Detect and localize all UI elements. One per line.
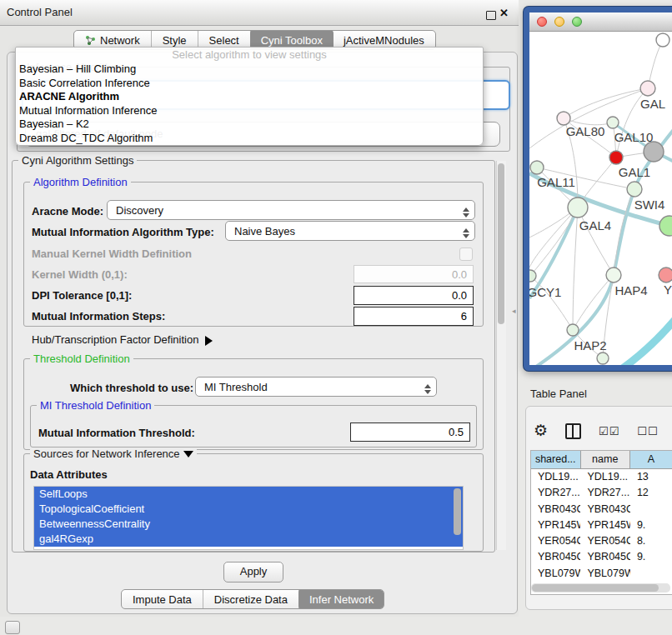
network-node[interactable]	[609, 151, 623, 164]
network-edge[interactable]	[573, 275, 614, 330]
network-node[interactable]	[530, 161, 544, 174]
float-window-icon[interactable]	[486, 11, 496, 20]
table-cell[interactable]: YDR27...	[531, 485, 580, 501]
network-view-window[interactable]: GALGAL80GAL10GAL1GAL11SWI4GAL4GCY1HAP4YH…	[524, 7, 672, 371]
dpi-tolerance-field[interactable]: 0.0	[354, 286, 474, 305]
network-edge[interactable]	[530, 208, 578, 276]
settings-scrollbar-thumb[interactable]	[498, 163, 504, 324]
node-table[interactable]: shared...nameA YDL19...YDL19...13YDR27..…	[530, 450, 672, 595]
table-horizontal-scrollbar[interactable]	[531, 583, 670, 592]
network-node[interactable]	[659, 268, 672, 282]
manual-kernel-checkbox[interactable]	[459, 248, 473, 261]
deselect-all-checkboxes-icon[interactable]: ☐☐	[637, 425, 658, 438]
table-cell[interactable]: YPR145W	[580, 518, 629, 533]
network-node[interactable]	[529, 270, 536, 282]
network-node[interactable]	[640, 81, 655, 96]
tab-label: Infer Network	[309, 593, 374, 606]
which-threshold-combobox[interactable]: MI Threshold	[195, 377, 437, 397]
network-edge[interactable]	[536, 128, 672, 367]
network-node[interactable]	[568, 198, 588, 218]
hub-definition-expander[interactable]: Hub/Transcription Factor Definition	[32, 333, 218, 346]
data-attribute-item[interactable]: SelfLoops	[34, 487, 463, 502]
data-attribute-item[interactable]: TopologicalCoefficient	[34, 502, 463, 517]
network-node[interactable]	[656, 33, 669, 47]
which-threshold-value: MI Threshold	[204, 381, 268, 393]
data-attribute-item[interactable]: BetweennessCentrality	[34, 517, 463, 532]
table-row[interactable]: YDL19...YDL19...13	[531, 469, 672, 485]
zoom-traffic-light-icon[interactable]	[572, 17, 582, 27]
table-row[interactable]: YBR043CYBR043C	[531, 502, 672, 518]
table-cell[interactable]: YDL19...	[580, 469, 629, 485]
table-row[interactable]: YDR27...YDR27...12	[531, 485, 672, 501]
network-node[interactable]	[567, 324, 579, 336]
network-node[interactable]	[644, 142, 664, 162]
network-node[interactable]	[606, 268, 621, 282]
table-cell[interactable]: YER054C	[531, 533, 580, 549]
table-cell[interactable]: YBR043C	[531, 502, 580, 518]
network-node[interactable]	[557, 112, 570, 125]
mi-steps-field[interactable]: 6	[354, 307, 474, 326]
table-cell[interactable]: YBR045C	[580, 549, 629, 565]
algorithm-option[interactable]: Bayesian – Hill Climbing	[16, 62, 483, 77]
network-edge[interactable]	[613, 319, 672, 371]
network-node[interactable]	[607, 117, 619, 128]
minimize-traffic-light-icon[interactable]	[554, 17, 564, 27]
algorithm-option[interactable]: Bayesian – K2	[16, 118, 483, 132]
column-header[interactable]: name	[581, 451, 631, 469]
table-cell[interactable]: YBL079W	[580, 566, 629, 582]
network-edge[interactable]	[530, 276, 573, 330]
tab-infer-network[interactable]: Infer Network	[298, 589, 384, 609]
apply-button[interactable]: Apply	[223, 562, 283, 582]
mi-type-combobox[interactable]: Naive Bayes	[225, 221, 475, 241]
gear-icon[interactable]: ⚙	[534, 422, 548, 440]
table-cell[interactable]: YBR043C	[580, 502, 629, 518]
sources-group-label[interactable]: Sources for Network Inference	[30, 448, 197, 462]
close-icon[interactable]: ✕	[499, 7, 509, 19]
table-cell[interactable]: 8.	[630, 533, 672, 549]
table-cell[interactable]: 9.	[630, 549, 672, 565]
columns-icon[interactable]	[565, 423, 581, 439]
aracne-mode-combobox[interactable]: Discovery	[107, 200, 475, 220]
expander-arrow-icon	[205, 336, 218, 346]
data-attributes-list[interactable]: SelfLoopsTopologicalCoefficientBetweenne…	[33, 486, 464, 550]
close-traffic-light-icon[interactable]	[537, 17, 547, 27]
algorithm-option[interactable]: ARACNE Algorithm	[16, 90, 483, 104]
table-cell[interactable]: 13	[630, 469, 672, 485]
algorithm-option[interactable]: Dream8 DC_TDC Algorithm	[16, 132, 483, 146]
table-cell[interactable]: 12	[630, 485, 672, 501]
network-node[interactable]	[659, 216, 672, 236]
network-node[interactable]	[627, 182, 642, 197]
tab-impute-data[interactable]: Impute Data	[122, 590, 203, 608]
mi-threshold-field[interactable]: 0.5	[350, 422, 470, 442]
panel-splitter-handle[interactable]: ◂	[512, 307, 516, 315]
tab-discretize-data[interactable]: Discretize Data	[203, 590, 299, 608]
column-header[interactable]: A	[630, 451, 672, 469]
kernel-width-field[interactable]: 0.0	[354, 265, 474, 283]
table-cell[interactable]	[630, 566, 672, 582]
list-scrollbar-thumb[interactable]	[454, 488, 461, 535]
table-cell[interactable]: YPR145W	[531, 518, 580, 533]
table-cell[interactable]: YER054C	[580, 533, 629, 549]
algorithm-option[interactable]: Mutual Information Inference	[16, 104, 483, 118]
table-row[interactable]: YPR145WYPR145W9.	[531, 518, 672, 533]
table-cell[interactable]: YBL079W	[531, 566, 580, 582]
column-header[interactable]: shared...	[531, 451, 581, 469]
data-attribute-item[interactable]: gal4RGexp	[34, 532, 463, 547]
minimized-panel-icon[interactable]	[5, 621, 20, 634]
network-edge[interactable]	[573, 208, 578, 330]
network-canvas[interactable]: GALGAL80GAL10GAL1GAL11SWI4GAL4GCY1HAP4YH…	[529, 32, 672, 371]
table-cell[interactable]: 9.	[630, 518, 672, 533]
table-row[interactable]: YER054CYER054C8.	[531, 533, 672, 549]
table-cell[interactable]: YDL19...	[531, 469, 580, 485]
table-cell[interactable]: YDR27...	[580, 485, 629, 501]
network-node[interactable]	[597, 352, 609, 364]
table-scrollbar-thumb[interactable]	[532, 584, 659, 592]
select-all-checkboxes-icon[interactable]: ☑☑	[599, 425, 619, 438]
table-row[interactable]: YBL079WYBL079W	[531, 566, 672, 582]
table-cell[interactable]	[630, 502, 672, 518]
settings-scrollbar[interactable]	[496, 161, 506, 550]
algorithm-option[interactable]: Basic Correlation Inference	[16, 77, 483, 91]
table-row[interactable]: YBR045CYBR045C9.	[531, 549, 672, 565]
aracne-mode-value: Discovery	[116, 204, 163, 217]
table-cell[interactable]: YBR045C	[531, 549, 580, 565]
